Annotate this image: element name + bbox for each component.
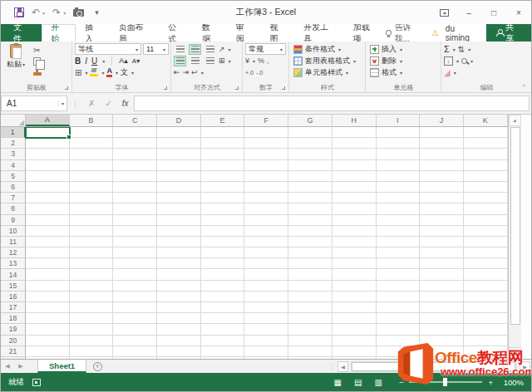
row-header-19[interactable]: 19 bbox=[1, 324, 26, 335]
cell-C3[interactable] bbox=[113, 149, 157, 159]
cell-F18[interactable] bbox=[244, 313, 288, 324]
hscroll-sizer[interactable]: ⋮ bbox=[328, 363, 335, 370]
cell-K2[interactable] bbox=[464, 138, 508, 149]
clipboard-dialog-launcher[interactable] bbox=[65, 86, 68, 90]
scroll-down-icon[interactable]: ▼ bbox=[509, 347, 521, 359]
cell-J4[interactable] bbox=[420, 160, 464, 171]
cell-G3[interactable] bbox=[288, 149, 332, 159]
cell-E4[interactable] bbox=[201, 160, 245, 171]
format-as-table-button[interactable]: 套用表格格式▾ bbox=[292, 55, 363, 66]
cell-B15[interactable] bbox=[70, 281, 114, 292]
vertical-scroll-thumb[interactable] bbox=[510, 127, 520, 325]
insert-cells-button[interactable]: 插入▾ bbox=[368, 43, 439, 55]
cell-H12[interactable] bbox=[332, 247, 377, 258]
cell-G8[interactable] bbox=[288, 203, 332, 214]
cell-D8[interactable] bbox=[157, 203, 201, 214]
cell-K1[interactable] bbox=[464, 127, 508, 138]
cell-C5[interactable] bbox=[113, 171, 157, 182]
cell-H11[interactable] bbox=[332, 237, 377, 247]
bold-button[interactable]: B bbox=[75, 56, 81, 66]
autosum-button[interactable]: Σ bbox=[444, 44, 450, 54]
row-header-11[interactable]: 11 bbox=[1, 237, 26, 247]
cell-C18[interactable] bbox=[113, 313, 157, 324]
sheet-next-button[interactable]: ▶ bbox=[14, 360, 27, 373]
cell-K13[interactable] bbox=[464, 258, 508, 269]
font-name-select[interactable]: 等线▾ bbox=[75, 43, 141, 55]
row-header-7[interactable]: 7 bbox=[1, 193, 26, 203]
cell-B8[interactable] bbox=[70, 203, 114, 214]
cell-F14[interactable] bbox=[244, 269, 288, 280]
cell-G22[interactable] bbox=[288, 357, 332, 359]
cell-C21[interactable] bbox=[113, 346, 157, 357]
cell-H13[interactable] bbox=[332, 258, 377, 269]
cell-J17[interactable] bbox=[420, 302, 464, 313]
cell-I19[interactable] bbox=[377, 324, 421, 335]
cell-H8[interactable] bbox=[332, 203, 377, 214]
ribbon-display-options-button[interactable] bbox=[431, 2, 456, 24]
tab-file[interactable]: 文件 bbox=[1, 24, 42, 42]
scroll-left-icon[interactable]: ◀ bbox=[337, 361, 348, 372]
paste-button[interactable]: 粘贴▾ bbox=[3, 43, 28, 79]
align-right-button[interactable] bbox=[204, 56, 216, 66]
cell-A5[interactable] bbox=[26, 171, 70, 182]
enter-icon[interactable]: ✓ bbox=[100, 99, 116, 108]
cell-I11[interactable] bbox=[377, 237, 421, 247]
cell-A21[interactable] bbox=[26, 346, 70, 357]
align-bottom-button[interactable] bbox=[204, 44, 216, 55]
accounting-format-button[interactable]: ¥ bbox=[245, 56, 249, 65]
cancel-icon[interactable]: ✗ bbox=[83, 99, 100, 108]
cell-J16[interactable] bbox=[420, 292, 464, 302]
minimize-button[interactable]: – bbox=[456, 2, 481, 24]
cell-C9[interactable] bbox=[113, 215, 157, 226]
cell-C7[interactable] bbox=[113, 193, 157, 203]
column-header-E[interactable]: E bbox=[201, 115, 245, 126]
cell-K10[interactable] bbox=[464, 226, 508, 237]
cell-A17[interactable] bbox=[26, 302, 70, 313]
cell-K18[interactable] bbox=[464, 313, 508, 324]
cell-F20[interactable] bbox=[244, 336, 288, 346]
cell-B20[interactable] bbox=[70, 336, 114, 346]
cell-J15[interactable] bbox=[420, 281, 464, 292]
cell-E20[interactable] bbox=[201, 336, 245, 346]
cell-K17[interactable] bbox=[464, 302, 508, 313]
horizontal-scrollbar[interactable]: ⋮ ◀ ▶ bbox=[328, 360, 531, 373]
cell-styles-button[interactable]: 单元格样式▾ bbox=[292, 66, 363, 78]
cell-C12[interactable] bbox=[113, 247, 157, 258]
cell-E13[interactable] bbox=[201, 258, 245, 269]
undo-button[interactable]: ↶ bbox=[32, 7, 40, 17]
cell-B3[interactable] bbox=[70, 149, 114, 159]
cell-I6[interactable] bbox=[377, 182, 421, 193]
underline-button[interactable]: U bbox=[91, 56, 97, 66]
row-header-9[interactable]: 9 bbox=[1, 215, 26, 226]
cell-F5[interactable] bbox=[244, 171, 288, 182]
cell-D16[interactable] bbox=[157, 292, 201, 302]
align-top-button[interactable] bbox=[174, 44, 186, 55]
zoom-level[interactable]: 100% bbox=[499, 378, 524, 387]
cell-E17[interactable] bbox=[201, 302, 245, 313]
scroll-right-icon[interactable]: ▶ bbox=[520, 361, 530, 372]
cell-F4[interactable] bbox=[244, 160, 288, 171]
cell-H2[interactable] bbox=[332, 138, 377, 149]
cell-G6[interactable] bbox=[288, 182, 332, 193]
cell-I12[interactable] bbox=[377, 247, 421, 258]
cell-F1[interactable] bbox=[244, 127, 288, 138]
cell-A20[interactable] bbox=[26, 336, 70, 346]
cell-J10[interactable] bbox=[420, 226, 464, 237]
cell-G19[interactable] bbox=[288, 324, 332, 335]
cell-J3[interactable] bbox=[420, 149, 464, 159]
cell-B19[interactable] bbox=[70, 324, 114, 335]
cell-B4[interactable] bbox=[70, 160, 114, 171]
fill-button[interactable]: ↓ bbox=[444, 56, 453, 66]
cell-C6[interactable] bbox=[113, 182, 157, 193]
cell-K14[interactable] bbox=[464, 269, 508, 280]
cell-I17[interactable] bbox=[377, 302, 421, 313]
phonetic-guide-button[interactable]: 文 bbox=[121, 67, 128, 78]
cell-B16[interactable] bbox=[70, 292, 114, 302]
row-header-5[interactable]: 5 bbox=[1, 171, 26, 182]
cell-K16[interactable] bbox=[464, 292, 508, 302]
sheet-prev-button[interactable]: ◀ bbox=[1, 360, 14, 373]
cell-B1[interactable] bbox=[70, 127, 114, 138]
cell-F21[interactable] bbox=[244, 346, 288, 357]
borders-button[interactable]: ⊞ bbox=[75, 68, 81, 77]
row-header-15[interactable]: 15 bbox=[1, 281, 26, 292]
